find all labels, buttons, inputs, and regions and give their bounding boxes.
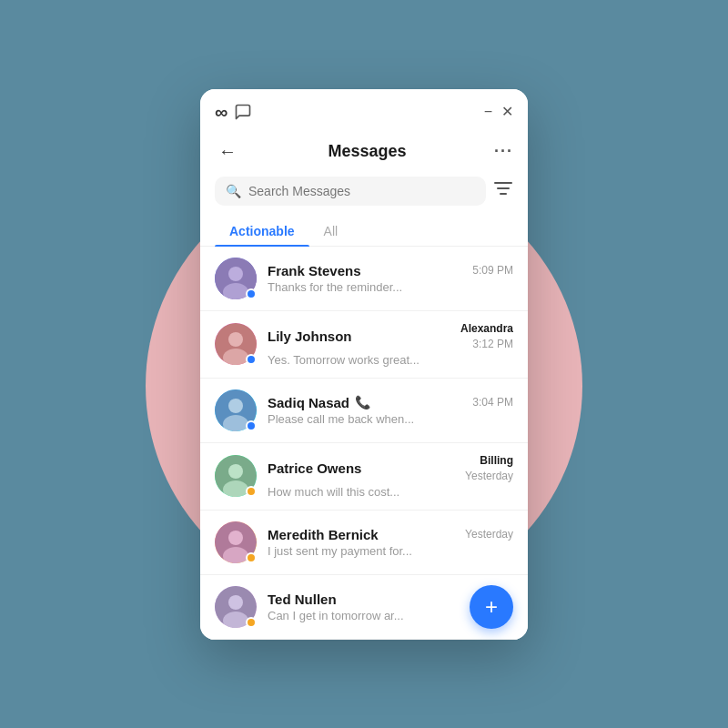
message-item-5[interactable]: Meredith Bernick Yesterday I just sent m… (200, 511, 528, 575)
compose-button[interactable]: + (470, 585, 513, 629)
message-time-3: 3:04 PM (472, 396, 513, 409)
unread-dot-5 (246, 552, 257, 563)
message-content-4: Patrice Owens Billing Yesterday How much… (268, 454, 513, 499)
title-bar: ∞ − ✕ (200, 89, 528, 130)
messages-window: ∞ − ✕ ← Messages ··· 🔍 Action (200, 89, 528, 640)
message-label-2: Alexandra (460, 322, 513, 335)
close-button[interactable]: ✕ (501, 105, 513, 119)
message-name-5: Meredith Bernick (268, 527, 379, 542)
avatar-wrap-2 (215, 323, 257, 365)
unread-dot-4 (246, 486, 257, 497)
message-item-1[interactable]: Frank Stevens 5:09 PM Thanks for the rem… (200, 247, 528, 311)
svg-point-16 (228, 531, 243, 545)
unread-dot-1 (246, 288, 257, 299)
message-label-4: Billing (465, 454, 513, 467)
search-row: 🔍 (200, 177, 528, 217)
message-content-2: Lily Johnson Alexandra 3:12 PM Yes. Tomo… (268, 322, 513, 367)
svg-point-13 (228, 464, 243, 479)
more-options-button[interactable]: ··· (494, 142, 513, 161)
message-preview-3: Please call me back when... (268, 412, 513, 426)
message-name-2: Lily Johnson (268, 329, 352, 344)
unread-dot-3 (246, 420, 257, 431)
svg-point-10 (228, 399, 243, 413)
message-item-3[interactable]: Sadiq Nasad 📞 3:04 PM Please call me bac… (200, 379, 528, 443)
header: ← Messages ··· (200, 130, 528, 177)
message-list: Frank Stevens 5:09 PM Thanks for the rem… (200, 247, 528, 640)
title-bar-app-icons: ∞ (215, 102, 252, 123)
message-name-3: Sadiq Nasad (268, 395, 349, 410)
message-name-1: Frank Stevens (268, 263, 361, 278)
unread-dot-2 (246, 354, 257, 365)
tabs: Actionable All (200, 217, 528, 247)
avatar-wrap-5 (215, 521, 257, 563)
message-content-1: Frank Stevens 5:09 PM Thanks for the rem… (268, 263, 513, 294)
filter-icon[interactable] (493, 180, 513, 201)
message-content-5: Meredith Bernick Yesterday I just sent m… (268, 527, 513, 558)
unread-dot-6 (246, 617, 257, 628)
message-time-1: 5:09 PM (472, 264, 513, 277)
search-bar[interactable]: 🔍 (215, 177, 486, 206)
message-item-2[interactable]: Lily Johnson Alexandra 3:12 PM Yes. Tomo… (200, 311, 528, 379)
page-title: Messages (328, 142, 406, 161)
message-time-5: Yesterday (465, 528, 513, 541)
message-time-4: Yesterday (465, 470, 513, 482)
phone-icon-3: 📞 (355, 395, 370, 410)
search-icon: 🔍 (226, 184, 241, 198)
minimize-button[interactable]: − (484, 105, 492, 119)
avatar-wrap-6 (215, 586, 257, 628)
message-item-4[interactable]: Patrice Owens Billing Yesterday How much… (200, 443, 528, 511)
message-time-2: 3:12 PM (472, 338, 513, 350)
back-button[interactable]: ← (215, 137, 240, 166)
tab-actionable[interactable]: Actionable (215, 217, 309, 246)
message-preview-5: I just sent my payment for... (268, 544, 513, 558)
svg-point-7 (228, 332, 243, 347)
tab-all[interactable]: All (309, 217, 353, 246)
avatar-wrap-1 (215, 258, 257, 299)
message-preview-4: How much will this cost... (268, 485, 513, 499)
title-bar-controls: − ✕ (484, 105, 513, 119)
svg-point-4 (228, 267, 243, 281)
message-preview-1: Thanks for the reminder... (268, 280, 513, 294)
message-preview-2: Yes. Tomorrow works great... (268, 353, 513, 367)
infinity-icon: ∞ (215, 102, 227, 123)
chat-bubble-icon (234, 103, 252, 121)
search-input[interactable] (248, 184, 475, 198)
message-item-6[interactable]: Ted Nullen Can I get in tomorrow ar... + (200, 575, 528, 640)
avatar-wrap-4 (215, 455, 257, 497)
message-name-6: Ted Nullen (268, 592, 337, 607)
svg-point-19 (228, 595, 243, 610)
message-content-3: Sadiq Nasad 📞 3:04 PM Please call me bac… (268, 395, 513, 426)
message-name-4: Patrice Owens (268, 460, 361, 476)
avatar-wrap-3 (215, 389, 257, 431)
